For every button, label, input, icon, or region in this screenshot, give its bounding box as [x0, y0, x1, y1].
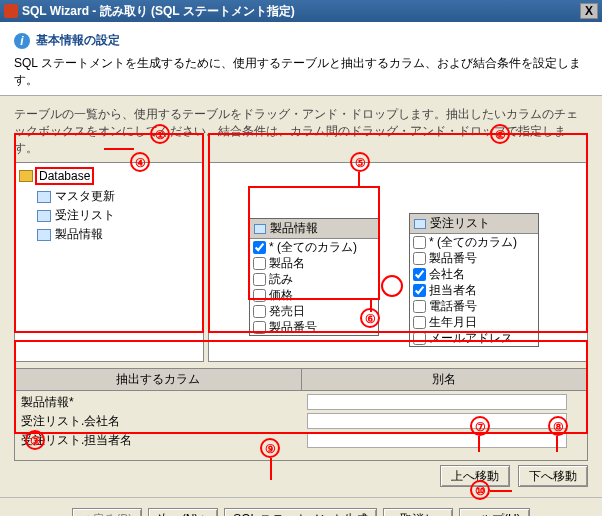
tree-item[interactable]: 受注リスト	[37, 206, 199, 225]
col-check[interactable]	[253, 273, 266, 286]
table-icon	[37, 191, 51, 203]
table-icon	[414, 219, 426, 229]
tablebox-title: 受注リスト	[430, 215, 490, 232]
col-check[interactable]	[413, 284, 426, 297]
grid-row[interactable]: 受注リスト.会社名	[15, 412, 587, 431]
alias-input[interactable]	[307, 394, 567, 410]
back-button[interactable]: < 戻る(B)	[72, 508, 142, 516]
app-icon	[4, 4, 18, 18]
col-check[interactable]	[253, 257, 266, 270]
grid-header: 抽出するカラム 別名	[14, 368, 588, 391]
tablebox-1[interactable]: 製品情報 * (全てのカラム) 製品名 読み 価格 発売日 製品番号	[249, 218, 379, 336]
tree-item[interactable]: マスタ更新	[37, 187, 199, 206]
instruction-text: テーブルの一覧から、使用するテーブルをドラッグ・アンド・ドロップします。抽出した…	[0, 96, 602, 162]
col-check[interactable]	[253, 305, 266, 318]
generate-sql-button[interactable]: SQL ステートメント生成	[224, 508, 377, 516]
col-check[interactable]	[413, 268, 426, 281]
table-icon	[254, 224, 266, 234]
col-check[interactable]	[413, 332, 426, 345]
col-check[interactable]	[253, 321, 266, 334]
cell-extract: 受注リスト.会社名	[15, 412, 301, 431]
cell-extract: 受注リスト.担当者名	[15, 431, 301, 450]
col-check[interactable]	[253, 241, 266, 254]
tree-item-label: 受注リスト	[55, 207, 115, 224]
move-up-button[interactable]: 上へ移動	[440, 465, 510, 487]
tree-root[interactable]: Database	[19, 167, 199, 185]
col-label: 製品名	[269, 255, 305, 272]
table-icon	[37, 229, 51, 241]
col-check[interactable]	[413, 236, 426, 249]
tree-item-label: 製品情報	[55, 226, 103, 243]
col-label: 担当者名	[429, 282, 477, 299]
header-desc: SQL ステートメントを生成するために、使用するテーブルと抽出するカラム、および…	[14, 55, 588, 89]
help-button[interactable]: ヘルプ(H)	[459, 508, 530, 516]
tree-item-label: マスタ更新	[55, 188, 115, 205]
col-check[interactable]	[253, 289, 266, 302]
col-label: 読み	[269, 271, 293, 288]
tablebox-2[interactable]: 受注リスト * (全てのカラム) 製品番号 会社名 担当者名 電話番号 生年月日…	[409, 213, 539, 347]
next-button[interactable]: 次へ(N) >	[148, 508, 218, 516]
col-label: 製品番号	[429, 250, 477, 267]
close-button[interactable]: X	[580, 3, 598, 19]
col-check[interactable]	[413, 300, 426, 313]
alias-input[interactable]	[307, 432, 567, 448]
window-title: SQL Wizard - 読み取り (SQL ステートメント指定)	[22, 3, 580, 20]
col-label: 生年月日	[429, 314, 477, 331]
database-icon	[19, 170, 33, 182]
col-check[interactable]	[413, 316, 426, 329]
join-circle-annotation	[381, 275, 403, 297]
header: i 基本情報の設定 SQL ステートメントを生成するために、使用するテーブルと抽…	[0, 22, 602, 96]
col-label: * (全てのカラム)	[429, 234, 517, 251]
grid-row[interactable]: 製品情報*	[15, 393, 587, 412]
col-label: 会社名	[429, 266, 465, 283]
tree-root-label: Database	[35, 167, 94, 185]
grid-row[interactable]: 受注リスト.担当者名	[15, 431, 587, 450]
cancel-button[interactable]: 取消し	[383, 508, 453, 516]
titlebar: SQL Wizard - 読み取り (SQL ステートメント指定) X	[0, 0, 602, 22]
col-label: 電話番号	[429, 298, 477, 315]
header-title: 基本情報の設定	[36, 32, 120, 49]
col-label: 発売日	[269, 303, 305, 320]
grid-head-extract: 抽出するカラム	[15, 369, 302, 390]
info-icon: i	[14, 33, 30, 49]
grid-head-alias: 別名	[302, 369, 588, 390]
col-label: 価格	[269, 287, 293, 304]
table-icon	[37, 210, 51, 222]
col-label: * (全てのカラム)	[269, 239, 357, 256]
cell-extract: 製品情報*	[15, 393, 301, 412]
tree-item[interactable]: 製品情報	[37, 225, 199, 244]
design-canvas[interactable]: 製品情報 * (全てのカラム) 製品名 読み 価格 発売日 製品番号 受注リスト…	[208, 162, 588, 362]
table-tree[interactable]: Database マスタ更新 受注リスト 製品情報	[14, 162, 204, 362]
move-down-button[interactable]: 下へ移動	[518, 465, 588, 487]
tablebox-title: 製品情報	[270, 220, 318, 237]
alias-input[interactable]	[307, 413, 567, 429]
grid-body: 製品情報* 受注リスト.会社名 受注リスト.担当者名	[14, 391, 588, 461]
col-label: メールアドレス	[429, 330, 513, 347]
col-label: 製品番号	[269, 319, 317, 336]
col-check[interactable]	[413, 252, 426, 265]
